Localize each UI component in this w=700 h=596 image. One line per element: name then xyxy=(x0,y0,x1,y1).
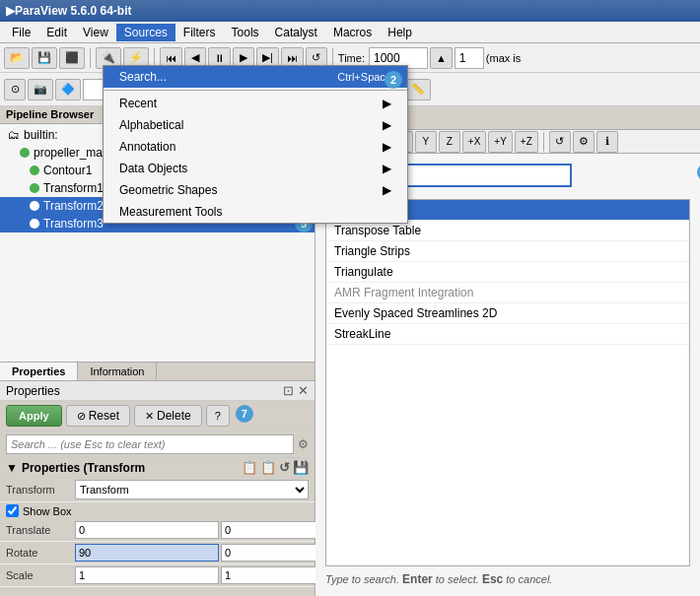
vp-btn-8[interactable]: +Z xyxy=(515,131,538,153)
menu-annotation[interactable]: Annotation ▶ xyxy=(104,136,407,158)
result-streakline[interactable]: StreakLine xyxy=(326,324,689,345)
sources-dropdown: Search... Ctrl+Space 2 Recent ▶ Alphabet… xyxy=(103,65,408,224)
menu-edit[interactable]: Edit xyxy=(38,24,75,41)
gear-icon[interactable]: ⚙ xyxy=(298,437,309,451)
green-dot-icon xyxy=(20,148,30,158)
menu-search[interactable]: Search... Ctrl+Space 2 xyxy=(104,66,407,88)
title-bar-icon: ▶ xyxy=(6,4,15,18)
result-amr[interactable]: AMR Fragment Integration xyxy=(326,283,689,303)
title-bar: ▶ ParaView 5.6.0 64-bit xyxy=(0,0,700,22)
vp-btn-6[interactable]: +X xyxy=(462,131,487,153)
collapse-icon[interactable]: ▼ xyxy=(6,461,18,475)
menu-help[interactable]: Help xyxy=(380,24,420,41)
vp-settings[interactable]: ⚙ xyxy=(573,131,595,153)
properties-header: Properties ⊡ ✕ xyxy=(0,381,315,401)
copy-icon[interactable]: 📋 xyxy=(242,460,257,475)
property-search-input[interactable] xyxy=(6,434,294,454)
menu-sep-1 xyxy=(104,90,407,91)
vp-sep xyxy=(543,132,544,152)
result-streamlines[interactable]: Evenly Spaced Streamlines 2D xyxy=(326,303,689,324)
green-dot-icon-2 xyxy=(30,166,39,175)
scale-row: Scale xyxy=(0,564,315,587)
search-row: ⚙ xyxy=(0,431,315,458)
arrow-geometric: ▶ xyxy=(383,183,391,197)
time-label: Time: xyxy=(338,52,365,64)
tb-open[interactable]: 📂 xyxy=(4,47,30,69)
arrow-alpha: ▶ xyxy=(383,118,391,132)
restore-icon[interactable]: ↺ xyxy=(279,460,290,475)
tb-camera[interactable]: 📷 xyxy=(28,79,53,100)
search-results-list: Transform Transpose Table Triangle Strip… xyxy=(325,199,690,566)
save-icon[interactable]: 💾 xyxy=(293,460,309,475)
search-hint: Type to search. Enter to select. Esc to … xyxy=(325,572,690,586)
popout-icon[interactable]: ⊡ xyxy=(283,383,294,398)
arrow-recent: ▶ xyxy=(383,97,391,110)
menu-alphabetical[interactable]: Alphabetical ▶ xyxy=(104,114,407,136)
vp-btn-5[interactable]: Z xyxy=(439,131,460,153)
section-icons: 📋 📋 ↺ 💾 xyxy=(242,460,309,475)
tb-3d-icon[interactable]: 🔷 xyxy=(55,79,81,100)
menu-recent[interactable]: Recent ▶ xyxy=(104,93,407,114)
badge-7: 7 xyxy=(236,405,253,423)
reset-button[interactable]: ⊘ Reset xyxy=(66,405,130,427)
translate-x[interactable] xyxy=(75,521,219,539)
properties-title: Properties xyxy=(6,384,60,398)
vp-btn-7[interactable]: +Y xyxy=(488,131,513,153)
scale-x[interactable] xyxy=(75,566,219,584)
vp-btn-4[interactable]: Y xyxy=(415,131,437,153)
rotate-x[interactable] xyxy=(75,544,219,562)
menu-view[interactable]: View xyxy=(75,24,116,41)
tab-properties[interactable]: Properties xyxy=(0,363,78,380)
vp-info[interactable]: ℹ xyxy=(596,131,618,153)
separator-1 xyxy=(90,48,91,68)
tb-screenshot[interactable]: ⬛ xyxy=(59,47,85,69)
menu-data-objects[interactable]: Data Objects ▶ xyxy=(104,158,407,179)
tb-ruler[interactable]: 📏 xyxy=(405,79,431,100)
scale-label: Scale xyxy=(6,569,75,581)
show-box-row: Show Box xyxy=(0,502,315,519)
show-box-checkbox[interactable] xyxy=(6,504,19,517)
menu-tools[interactable]: Tools xyxy=(224,24,267,41)
vp-rotate[interactable]: ↺ xyxy=(549,131,571,153)
result-transpose[interactable]: Transpose Table xyxy=(326,221,689,241)
prop-transform-row: Transform Transform xyxy=(0,478,315,502)
menu-measurement-tools[interactable]: Measurement Tools xyxy=(104,201,407,223)
properties-panel: Properties Information Properties ⊡ ✕ Ap… xyxy=(0,362,315,596)
tab-information[interactable]: Information xyxy=(78,363,157,380)
folder-icon: 🗂 xyxy=(8,128,20,142)
badge-2: 2 xyxy=(385,71,402,89)
tb-time-up[interactable]: ▲ xyxy=(430,47,453,69)
tb-save[interactable]: 💾 xyxy=(32,47,57,69)
tb-reset-camera[interactable]: ⊙ xyxy=(4,79,26,100)
selected-dot-1 xyxy=(30,201,39,211)
menu-catalyst[interactable]: Catalyst xyxy=(267,24,325,41)
menu-geometric-shapes[interactable]: Geometric Shapes ▶ xyxy=(104,179,407,201)
result-triangle-strips[interactable]: Triangle Strips xyxy=(326,241,689,262)
props-btn-row: Apply ⊘ Reset ✕ Delete ? 7 xyxy=(0,401,315,431)
transform-select[interactable]: Transform xyxy=(75,480,309,499)
delete-button[interactable]: ✕ Delete xyxy=(134,405,202,427)
result-triangulate[interactable]: Triangulate xyxy=(326,262,689,283)
translate-label: Translate xyxy=(6,524,75,536)
help-button[interactable]: ? xyxy=(206,405,230,427)
close-icon[interactable]: ✕ xyxy=(298,383,309,398)
rotate-label: Rotate xyxy=(6,547,75,559)
menu-bar: File Edit View Sources Filters Tools Cat… xyxy=(0,22,700,43)
transform-label: Transform xyxy=(6,484,75,496)
section-header: ▼ Properties (Transform 📋 📋 ↺ 💾 xyxy=(0,458,315,478)
header-icons: ⊡ ✕ xyxy=(283,383,309,398)
time-step-input[interactable] xyxy=(455,47,484,69)
rotate-row: Rotate xyxy=(0,542,315,564)
max-label: (max is xyxy=(486,52,521,64)
search-shortcut: Ctrl+Space xyxy=(337,71,391,83)
paste-icon[interactable]: 📋 xyxy=(260,460,276,475)
menu-sources[interactable]: Sources xyxy=(116,24,175,41)
title-bar-text: ParaView 5.6.0 64-bit xyxy=(15,4,132,18)
section-title: Properties (Transform xyxy=(22,461,145,475)
menu-macros[interactable]: Macros xyxy=(325,24,380,41)
menu-file[interactable]: File xyxy=(4,24,38,41)
show-box-label: Show Box xyxy=(23,505,72,517)
arrow-annotation: ▶ xyxy=(383,140,391,154)
apply-button[interactable]: Apply xyxy=(6,405,62,427)
menu-filters[interactable]: Filters xyxy=(175,24,224,41)
